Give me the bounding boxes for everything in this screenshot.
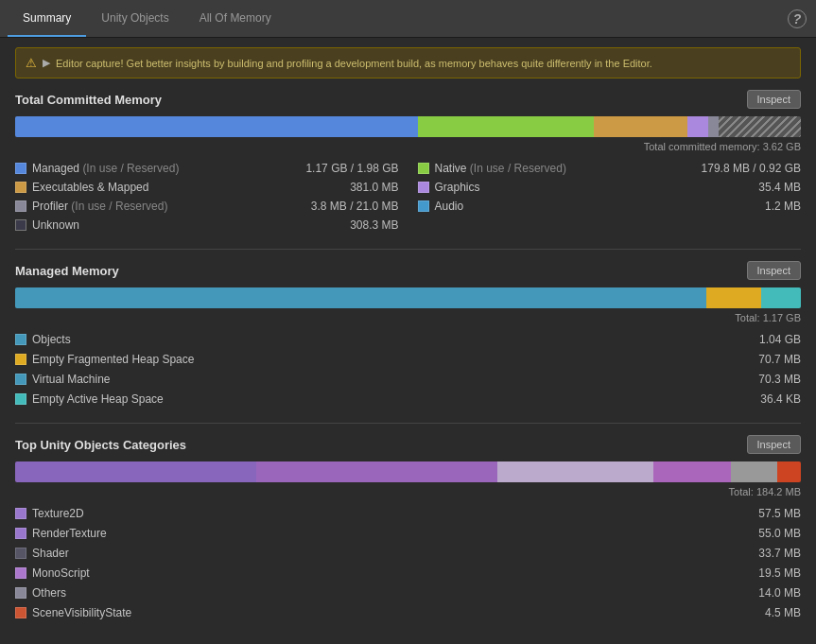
managed-memory-total-label: Total: 1.17 GB [15, 312, 801, 323]
main-content: ⚠ ▶ Editor capture! Get better insights … [0, 38, 816, 644]
label-others: Others [32, 586, 66, 600]
swatch-active-heap [15, 393, 26, 405]
label-scene-visibility: SceneVisibilityState [32, 606, 131, 619]
label-graphics: Graphics [435, 181, 480, 194]
value-graphics: 35.4 MB [758, 181, 801, 194]
bar-managed [15, 116, 418, 137]
help-icon[interactable]: ? [788, 9, 807, 28]
top-unity-objects-inspect-button[interactable]: Inspect [747, 435, 801, 454]
legend-others: Others 14.0 MB [15, 584, 801, 601]
tab-summary[interactable]: Summary [8, 0, 86, 37]
bar-graphics [687, 116, 708, 137]
swatch-unknown [15, 219, 26, 231]
swatch-profiler [15, 200, 26, 212]
top-unity-objects-title: Top Unity Objects Categories [15, 438, 186, 452]
legend-audio: Audio 1.2 MB [418, 198, 802, 215]
managed-memory-bar [15, 287, 801, 308]
value-active-heap: 36.4 KB [760, 392, 801, 406]
legend-frag: Empty Fragmented Heap Space 70.7 MB [15, 351, 801, 368]
label-render-texture: RenderTexture [32, 527, 107, 540]
total-committed-title: Total Committed Memory [15, 93, 162, 107]
top-unity-legend: Texture2D 57.5 MB RenderTexture 55.0 MB … [15, 505, 801, 621]
bar-texture2d [15, 461, 256, 482]
top-unity-bar [15, 461, 801, 482]
total-committed-section: Total Committed Memory Inspect Total com… [15, 90, 801, 234]
legend-unknown: Unknown 308.3 MB [15, 217, 399, 234]
swatch-objects [15, 334, 26, 345]
swatch-scene-visibility [15, 607, 26, 618]
top-unity-total-label: Total: 184.2 MB [15, 486, 801, 497]
value-objects: 1.04 GB [759, 333, 801, 346]
total-committed-legend: Managed (In use / Reserved) 1.17 GB / 1.… [15, 160, 801, 234]
swatch-frag [15, 354, 26, 365]
swatch-exec [15, 182, 26, 193]
label-vm: Virtual Machine [32, 373, 111, 386]
total-committed-header: Total Committed Memory Inspect [15, 90, 801, 109]
value-monoscript: 19.5 MB [758, 566, 801, 580]
managed-memory-legend: Objects 1.04 GB Empty Fragmented Heap Sp… [15, 331, 801, 408]
value-scene-visibility: 4.5 MB [765, 606, 801, 619]
swatch-render-texture [15, 528, 26, 539]
value-unknown: 308.3 MB [350, 218, 398, 232]
tab-all-of-memory[interactable]: All Of Memory [184, 0, 286, 37]
value-vm: 70.3 MB [758, 373, 801, 386]
value-exec: 381.0 MB [350, 181, 398, 194]
swatch-vm [15, 374, 26, 385]
value-managed: 1.17 GB / 1.98 GB [305, 162, 398, 175]
label-native: Native (In use / Reserved) [435, 162, 566, 175]
total-committed-inspect-button[interactable]: Inspect [747, 90, 801, 109]
legend-graphics: Graphics 35.4 MB [418, 179, 802, 196]
label-frag: Empty Fragmented Heap Space [32, 353, 194, 366]
value-shader: 33.7 MB [758, 547, 801, 560]
value-frag: 70.7 MB [758, 353, 801, 366]
label-exec: Executables & Mapped [32, 181, 148, 194]
bar-profiler [708, 116, 719, 137]
managed-memory-title: Managed Memory [15, 264, 119, 278]
warning-triangle-icon: ⚠ [26, 56, 37, 70]
expand-arrow-icon[interactable]: ▶ [43, 57, 50, 69]
legend-exec: Executables & Mapped 381.0 MB [15, 179, 399, 196]
value-audio: 1.2 MB [765, 200, 801, 213]
value-native: 179.8 MB / 0.92 GB [702, 162, 801, 175]
bar-shader [497, 461, 653, 482]
legend-native: Native (In use / Reserved) 179.8 MB / 0.… [418, 160, 802, 177]
bar-others [731, 461, 777, 482]
bar-render-texture [256, 461, 497, 482]
swatch-graphics [418, 182, 429, 193]
label-active-heap: Empty Active Heap Space [32, 392, 164, 406]
swatch-shader [15, 548, 26, 559]
top-unity-objects-section: Top Unity Objects Categories Inspect Tot… [15, 435, 801, 621]
bar-objects [15, 287, 706, 308]
bar-scene [777, 461, 801, 482]
bar-exec [594, 116, 686, 137]
tab-bar: Summary Unity Objects All Of Memory ? [0, 0, 816, 38]
top-unity-objects-header: Top Unity Objects Categories Inspect [15, 435, 801, 454]
value-texture2d: 57.5 MB [758, 507, 801, 520]
divider-2 [15, 423, 801, 424]
value-profiler: 3.8 MB / 21.0 MB [311, 200, 399, 213]
label-audio: Audio [435, 200, 464, 213]
value-render-texture: 55.0 MB [758, 527, 801, 540]
bar-vm [761, 287, 801, 308]
divider-1 [15, 249, 801, 250]
total-committed-bar [15, 116, 801, 137]
legend-monoscript: MonoScript 19.5 MB [15, 565, 801, 582]
legend-scene-visibility: SceneVisibilityState 4.5 MB [15, 604, 801, 621]
tab-unity-objects[interactable]: Unity Objects [86, 0, 183, 37]
legend-profiler: Profiler (In use / Reserved) 3.8 MB / 21… [15, 198, 399, 215]
legend-objects: Objects 1.04 GB [15, 331, 801, 348]
label-unknown: Unknown [32, 218, 79, 232]
swatch-others [15, 587, 26, 599]
label-shader: Shader [32, 547, 69, 560]
legend-vm: Virtual Machine 70.3 MB [15, 371, 801, 388]
label-texture2d: Texture2D [32, 507, 84, 520]
total-committed-label: Total committed memory: 3.62 GB [15, 141, 801, 152]
legend-managed: Managed (In use / Reserved) 1.17 GB / 1.… [15, 160, 399, 177]
swatch-managed [15, 163, 26, 174]
managed-memory-inspect-button[interactable]: Inspect [747, 261, 801, 280]
warning-bar: ⚠ ▶ Editor capture! Get better insights … [15, 47, 801, 78]
label-objects: Objects [32, 333, 71, 346]
swatch-texture2d [15, 508, 26, 519]
label-monoscript: MonoScript [32, 566, 90, 580]
bar-frag [706, 287, 761, 308]
